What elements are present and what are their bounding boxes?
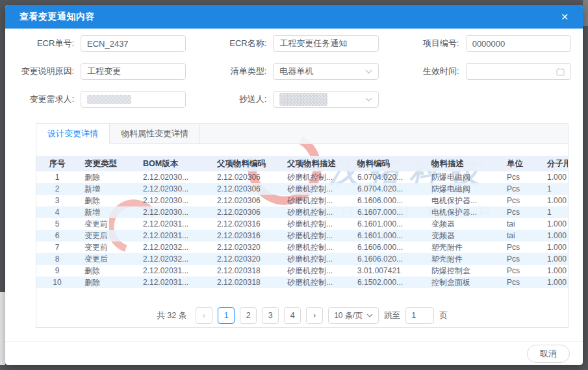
table-cell: Pcs	[500, 265, 541, 277]
table-cell: 砂磨机控制...	[281, 206, 351, 218]
table-cell: 1.000	[541, 218, 568, 230]
table-row[interactable]: 4新增2.12.02030...2.12.020306砂磨机控制...6.160…	[36, 206, 568, 218]
dialog-header: 查看变更通知内容 ✕	[5, 5, 583, 29]
table-cell: 删除	[78, 265, 136, 277]
table-cell: 2.12.020318	[211, 277, 281, 288]
table-cell: 2.12.02031...	[136, 265, 211, 277]
table-cell: 2.12.02031...	[136, 218, 211, 230]
field-ecr-no: ECR单号: ECN_2437	[5, 34, 198, 53]
table-cell: 防爆控制盒	[425, 265, 500, 277]
table-cell: 2.12.02030...	[136, 171, 211, 183]
table-cell: 1.000	[541, 171, 568, 183]
page-button-2[interactable]: 2	[240, 307, 257, 324]
jump-label: 跳至	[384, 310, 400, 321]
table-cell: 2.12.02030...	[136, 195, 211, 206]
table-cell: Pcs	[500, 183, 541, 195]
page-scrollbar-thumb[interactable]	[583, 0, 588, 26]
table-cell: 砂磨机控制...	[281, 218, 351, 230]
table-cell: 砂磨机控制...	[281, 171, 351, 183]
field-cc-to: 抄送人:	[198, 90, 390, 108]
list-type-label: 清单类型:	[198, 66, 273, 77]
page-button-1[interactable]: 1	[218, 307, 235, 324]
ecr-no-input[interactable]: ECN_2437	[81, 35, 186, 52]
table-cell: 2.12.020316	[211, 230, 281, 241]
tab-design-change-detail[interactable]: 设计变更详情	[36, 124, 110, 144]
table-row[interactable]: 6变更后2.12.02031...2.12.020316砂磨机控制...6.16…	[36, 230, 568, 241]
total-count: 共 32 条	[157, 310, 186, 321]
table-cell: 变频器	[425, 218, 500, 230]
table-cell: 1	[541, 183, 568, 195]
field-change-reason: 变更说明原因: 工程变更	[5, 62, 198, 80]
ecr-form: ECR单号: ECN_2437 ECR名称: 工程变更任务通知 项目编号: 00…	[5, 29, 583, 108]
cc-to-select[interactable]	[273, 91, 378, 108]
table-cell: 1	[36, 171, 78, 183]
table-cell: 6.1606.000...	[351, 241, 425, 253]
project-no-input[interactable]: 0000000	[466, 35, 571, 52]
masked-name-tag	[279, 93, 327, 106]
table-row[interactable]: 7变更前2.12.02032...2.12.020320砂磨机控制...6.16…	[36, 241, 568, 253]
table-row[interactable]: 1删除2.12.02030...2.12.020306砂磨机控制...6.070…	[36, 171, 568, 183]
table-cell: 6	[36, 230, 78, 241]
table-cell: 砂磨机控制...	[281, 183, 351, 195]
page-button-4[interactable]: 4	[284, 307, 301, 324]
table-cell: 1.000	[541, 195, 568, 206]
cancel-button[interactable]: 取消	[527, 345, 570, 363]
table-cell: 电机保护器...	[425, 195, 500, 206]
table-cell: 防爆电磁阀	[425, 171, 500, 183]
table-cell: 6.0704.020...	[351, 171, 425, 183]
table-cell: 新增	[78, 183, 136, 195]
prev-page-button[interactable]: ‹	[196, 307, 212, 324]
column-header: 父项物料描述	[281, 156, 351, 171]
chevron-down-icon	[365, 97, 372, 102]
next-page-button[interactable]: ›	[306, 307, 323, 324]
tab-material-attr-change-detail[interactable]: 物料属性变更详情	[110, 124, 200, 143]
table-cell: 3	[36, 195, 78, 206]
change-reason-label: 变更说明原因:	[5, 66, 81, 77]
ecr-no-label: ECR单号:	[5, 38, 81, 49]
table-row[interactable]: 8变更后2.12.02032...2.12.020320砂磨机控制...6.16…	[36, 253, 568, 265]
table-cell: 砂磨机控制...	[281, 253, 351, 265]
table-row[interactable]: 2新增2.12.02030...2.12.020306砂磨机控制...6.070…	[36, 183, 568, 195]
table-row[interactable]: 5变更前2.12.02031...2.12.020316砂磨机控制...6.16…	[36, 218, 568, 230]
table-cell: 2.12.02032...	[136, 253, 211, 265]
table-cell: 4	[36, 206, 78, 218]
column-header: 变更类型	[78, 156, 136, 171]
list-type-select[interactable]: 电器单机	[273, 63, 378, 80]
dimmed-page-area	[0, 292, 5, 365]
project-no-label: 项目编号:	[390, 38, 466, 49]
table-cell: 5	[36, 218, 78, 230]
column-header: 分子用量	[541, 156, 568, 171]
table-cell: Pcs	[500, 171, 541, 183]
table-cell: 2.12.02031...	[136, 277, 211, 288]
change-requester-input[interactable]	[81, 91, 186, 108]
pagination: 共 32 条 ‹ 1234 › 10 条/页 跳至 1 页	[36, 307, 568, 324]
change-table-wrapper: 序号变更类型BOM版本父项物料编码父项物料描述物料编码物料描述单位分子用量分母用…	[36, 156, 568, 288]
table-row[interactable]: 10删除2.12.02031...2.12.020318砂磨机控制...6.15…	[36, 277, 568, 288]
effective-time-input[interactable]	[466, 63, 571, 80]
change-reason-input[interactable]: 工程变更	[81, 63, 186, 80]
column-header: 物料编码	[351, 156, 425, 171]
close-icon[interactable]: ✕	[561, 12, 569, 21]
jump-page-input[interactable]: 1	[405, 307, 434, 324]
table-cell: Pcs	[500, 277, 541, 288]
table-cell: 防爆电磁阀	[425, 183, 500, 195]
table-cell: 1.000	[541, 265, 568, 277]
table-cell: 电机保护器...	[425, 206, 500, 218]
table-cell: 6.1502.000...	[351, 277, 425, 288]
jump-suffix: 页	[439, 310, 448, 321]
table-cell: 变更后	[78, 230, 136, 241]
table-row[interactable]: 3删除2.12.02030...2.12.020306砂磨机控制...6.160…	[36, 195, 568, 206]
table-header-row: 序号变更类型BOM版本父项物料编码父项物料描述物料编码物料描述单位分子用量分母用…	[36, 156, 568, 171]
page-size-select[interactable]: 10 条/页	[328, 307, 379, 324]
page-button-3[interactable]: 3	[262, 307, 279, 324]
table-cell: 6.1606.000...	[351, 195, 425, 206]
table-cell: 2.12.02031...	[136, 230, 211, 241]
change-requester-label: 变更需求人:	[5, 93, 81, 105]
table-cell: 砂磨机控制...	[281, 265, 351, 277]
ecr-name-label: ECR名称:	[198, 38, 273, 49]
table-cell: 9	[36, 265, 78, 277]
ecr-name-input[interactable]: 工程变更任务通知	[273, 35, 378, 52]
table-row[interactable]: 9删除2.12.02031...2.12.020318砂磨机控制...3.01.…	[36, 265, 568, 277]
table-cell: 2.12.020316	[211, 218, 281, 230]
field-effective-time: 生效时间:	[390, 62, 583, 80]
